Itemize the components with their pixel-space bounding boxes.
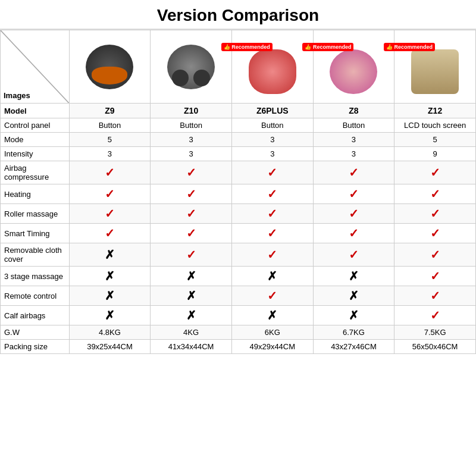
cell-r9-c4: ✓: [394, 267, 476, 286]
row-label-12: G.W: [1, 325, 70, 340]
table-row: 3 stage massage✗✗✗✗✓: [1, 267, 476, 286]
check-icon: ✓: [430, 309, 440, 322]
cross-icon: ✗: [186, 270, 196, 283]
cell-r8-c3: ✓: [313, 243, 394, 267]
product-img-z12: [399, 45, 471, 98]
check-icon: ✓: [267, 166, 277, 179]
cell-r6-c3: ✓: [313, 204, 394, 224]
check-icon: ✓: [186, 248, 196, 261]
thumb-icon-z8: 👍: [305, 44, 311, 50]
cell-r13-c4: 56x50x46CM: [394, 340, 476, 354]
cross-icon: ✗: [267, 270, 277, 283]
cell-r8-c1: ✓: [151, 243, 232, 267]
cell-r1-c4: LCD touch screen: [394, 118, 476, 133]
check-icon: ✓: [186, 227, 196, 240]
product-img-z10: [155, 40, 227, 93]
table-row: Heating✓✓✓✓✓: [1, 184, 476, 204]
thumb-icon-z12: 👍: [386, 44, 393, 50]
table-row: G.W4.8KG4KG6KG6.7KG7.5KG: [1, 325, 476, 340]
cell-r5-c4: ✓: [394, 184, 476, 204]
recommended-label-z8: Recommended: [313, 44, 352, 50]
cell-r1-c0: Button: [69, 118, 151, 133]
cell-r3-c1: 3: [151, 147, 232, 161]
cell-r11-c4: ✓: [394, 306, 476, 325]
image-cell-z8: 👍 Recommended: [315, 33, 393, 101]
table-row: Intensity33339: [1, 147, 476, 161]
cross-icon: ✗: [105, 270, 115, 283]
recommended-label-z6plus: Recommended: [231, 44, 270, 50]
row-label-4: Airbag compressure: [1, 161, 70, 184]
cell-r1-c2: Button: [231, 118, 313, 133]
check-icon: ✓: [349, 227, 359, 240]
image-cell-z10: [152, 37, 230, 96]
cell-r13-c1: 41x34x44CM: [151, 340, 232, 354]
check-icon: ✓: [105, 207, 115, 220]
cell-r7-c3: ✓: [313, 224, 394, 243]
cell-r6-c0: ✓: [69, 204, 151, 224]
cell-r10-c0: ✗: [69, 286, 151, 306]
check-icon: ✓: [267, 227, 277, 240]
recommended-badge-z6plus: 👍 Recommended: [221, 43, 273, 51]
comparison-table: Images: [0, 30, 476, 354]
img-shape-z10: [167, 45, 215, 89]
cell-r6-c2: ✓: [231, 204, 313, 224]
check-icon: ✓: [186, 187, 196, 201]
cell-r2-c0: 5: [69, 133, 151, 147]
cross-icon: ✗: [105, 248, 115, 261]
check-icon: ✓: [430, 166, 440, 179]
row-label-8: Removable cloth cover: [1, 243, 70, 267]
cross-icon: ✗: [349, 289, 359, 302]
cell-r12-c2: 6KG: [231, 325, 313, 340]
cell-r11-c3: ✗: [313, 306, 394, 325]
cell-r5-c3: ✓: [313, 184, 394, 204]
cross-icon: ✗: [349, 270, 359, 283]
check-icon: ✓: [267, 207, 277, 220]
cell-r2-c1: 3: [151, 133, 232, 147]
table-row: Packing size39x25x44CM41x34x44CM49x29x44…: [1, 340, 476, 354]
cell-r2-c3: 3: [313, 133, 394, 147]
cell-r13-c3: 43x27x46CM: [313, 340, 394, 354]
table-body: ModelZ9Z10Z6PLUSZ8Z12Control panelButton…: [1, 104, 476, 354]
cell-r2-c4: 5: [394, 133, 476, 147]
cell-r9-c3: ✗: [313, 267, 394, 286]
thumb-icon-z6plus: 👍: [224, 44, 230, 50]
cell-r8-c0: ✗: [69, 243, 151, 267]
check-icon: ✓: [430, 289, 440, 302]
check-icon: ✓: [349, 187, 359, 201]
cell-r9-c0: ✗: [69, 267, 151, 286]
cell-r6-c4: ✓: [394, 204, 476, 224]
cell-r0-c1: Z10: [151, 104, 232, 118]
check-icon: ✓: [267, 248, 277, 261]
image-cell-z6plus: 👍 Recommended: [234, 33, 311, 101]
check-icon: ✓: [105, 166, 115, 179]
table-row: Calf airbags✗✗✗✗✓: [1, 306, 476, 325]
recommended-badge-z12: 👍 Recommended: [384, 43, 435, 51]
table-row: Remote control✗✗✓✗✓: [1, 286, 476, 306]
row-label-11: Calf airbags: [1, 306, 70, 325]
row-label-0: Model: [1, 104, 70, 118]
cell-r0-c3: Z8: [313, 104, 394, 118]
cross-icon: ✗: [105, 289, 115, 302]
cell-r10-c4: ✓: [394, 286, 476, 306]
cell-r0-c2: Z6PLUS: [231, 104, 313, 118]
recommended-label-z12: Recommended: [394, 44, 433, 50]
cell-r4-c4: ✓: [394, 161, 476, 184]
table-row: Mode53335: [1, 133, 476, 147]
check-icon: ✓: [349, 248, 359, 261]
cell-r12-c4: 7.5KG: [394, 325, 476, 340]
check-icon: ✓: [430, 207, 440, 220]
cell-r0-c0: Z9: [69, 104, 151, 118]
table-row: Smart Timing✓✓✓✓✓: [1, 224, 476, 243]
cell-r9-c2: ✗: [231, 267, 313, 286]
table-row: ModelZ9Z10Z6PLUSZ8Z12: [1, 104, 476, 118]
check-icon: ✓: [267, 187, 277, 201]
table-row: Removable cloth cover✗✓✓✓✓: [1, 243, 476, 267]
table-row: Airbag compressure✓✓✓✓✓: [1, 161, 476, 184]
cell-r8-c4: ✓: [394, 243, 476, 267]
row-label-10: Remote control: [1, 286, 70, 306]
product-col-z12: 👍 Recommended: [394, 30, 476, 104]
cell-r10-c2: ✓: [231, 286, 313, 306]
product-col-z6plus: 👍 Recommended: [231, 30, 313, 104]
cell-r1-c3: Button: [313, 118, 394, 133]
cell-r12-c3: 6.7KG: [313, 325, 394, 340]
